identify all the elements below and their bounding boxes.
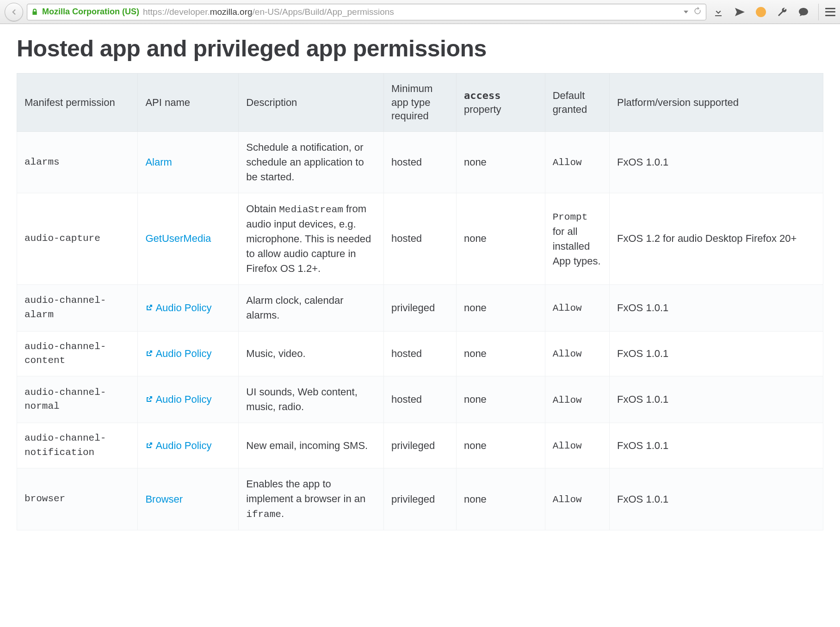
description-cell: New email, incoming SMS. xyxy=(239,423,384,468)
access-property: none xyxy=(456,468,545,530)
platform-supported: FxOS 1.0.1 xyxy=(610,468,823,530)
external-link-icon xyxy=(145,348,153,359)
api-cell: Audio Policy xyxy=(138,423,239,468)
desc-text: Alarm clock, calendar alarms. xyxy=(246,295,343,321)
api-link-label: Audio Policy xyxy=(155,302,211,314)
default-code: Allow xyxy=(553,303,582,314)
table-row: alarmsAlarmSchedule a notification, or s… xyxy=(17,132,823,193)
default-granted: Allow xyxy=(545,331,609,376)
api-cell: Alarm xyxy=(138,132,239,193)
access-property: none xyxy=(456,193,545,284)
desc-text: Schedule a notification, or schedule an … xyxy=(246,141,364,183)
perm-name: audio-channel-content xyxy=(17,331,138,376)
table-row: audio-channel-normalAudio PolicyUI sound… xyxy=(17,376,823,423)
back-button[interactable] xyxy=(5,3,23,21)
history-dropdown-icon[interactable] xyxy=(684,11,688,13)
api-link[interactable]: GetUserMedia xyxy=(145,233,211,244)
platform-supported: FxOS 1.2 for audio Desktop Firefox 20+ xyxy=(610,193,823,284)
address-bar[interactable]: Mozilla Corporation (US) https://develop… xyxy=(27,4,706,20)
table-row: browserBrowserEnables the app to impleme… xyxy=(17,468,823,530)
chat-button[interactable] xyxy=(798,6,809,18)
addon-button[interactable] xyxy=(755,6,766,18)
min-apptype: hosted xyxy=(384,331,457,376)
api-cell: Audio Policy xyxy=(138,284,239,331)
perm-name: audio-channel-notification xyxy=(17,423,138,468)
description-cell: Obtain MediaStream from audio input devi… xyxy=(239,193,384,284)
desc-code: MediaStream xyxy=(279,204,343,215)
dev-tools-button[interactable] xyxy=(777,6,788,18)
lock-icon xyxy=(31,8,38,16)
min-apptype: hosted xyxy=(384,376,457,423)
url-host: mozilla.org xyxy=(210,7,253,17)
external-link-icon xyxy=(145,440,153,451)
external-link-icon xyxy=(145,302,153,314)
min-apptype: privileged xyxy=(384,468,457,530)
default-code: Allow xyxy=(553,349,582,359)
default-granted: Allow xyxy=(545,423,609,468)
site-identity: Mozilla Corporation (US) xyxy=(42,7,139,17)
desc-code: iframe xyxy=(246,509,281,520)
page-content: Hosted app and privileged app permission… xyxy=(0,24,840,549)
reload-button[interactable] xyxy=(693,6,702,18)
desc-text: UI sounds, Web content, music, radio. xyxy=(246,386,358,412)
table-row: audio-channel-alarmAudio PolicyAlarm clo… xyxy=(17,284,823,331)
access-property: none xyxy=(456,376,545,423)
default-code: Allow xyxy=(553,494,582,505)
api-cell: GetUserMedia xyxy=(138,193,239,284)
api-link[interactable]: Audio Policy xyxy=(145,302,211,314)
api-link-label: Audio Policy xyxy=(155,348,211,359)
api-link[interactable]: Audio Policy xyxy=(145,393,211,405)
col-access-code: access xyxy=(464,90,500,101)
perm-name: browser xyxy=(17,468,138,530)
col-access: access property xyxy=(456,74,545,132)
description-cell: Schedule a notification, or schedule an … xyxy=(239,132,384,193)
access-property: none xyxy=(456,132,545,193)
desc-text: Enables the app to implement a browser i… xyxy=(246,478,365,504)
default-rest: for all installed App types. xyxy=(553,226,601,267)
table-row: audio-channel-notificationAudio PolicyNe… xyxy=(17,423,823,468)
platform-supported: FxOS 1.0.1 xyxy=(610,331,823,376)
col-api: API name xyxy=(138,74,239,132)
api-cell: Audio Policy xyxy=(138,331,239,376)
menu-button[interactable] xyxy=(825,8,835,16)
external-link-icon xyxy=(145,393,153,405)
default-code: Allow xyxy=(553,157,582,168)
api-link-label: Audio Policy xyxy=(155,440,211,451)
default-granted: Allow xyxy=(545,132,609,193)
reload-icon xyxy=(693,6,702,16)
col-platform: Platform/version supported xyxy=(610,74,823,132)
wrench-icon xyxy=(777,6,788,18)
downloads-button[interactable] xyxy=(713,6,724,18)
col-access-rest: property xyxy=(464,104,501,115)
api-link[interactable]: Browser xyxy=(145,493,183,505)
page-title: Hosted app and privileged app permission… xyxy=(17,35,823,62)
platform-supported: FxOS 1.0.1 xyxy=(610,423,823,468)
min-apptype: privileged xyxy=(384,423,457,468)
description-cell: Music, video. xyxy=(239,331,384,376)
api-link-label: Browser xyxy=(145,493,183,505)
url-prefix: https://developer. xyxy=(143,7,210,17)
access-property: none xyxy=(456,284,545,331)
perm-name: audio-channel-alarm xyxy=(17,284,138,331)
api-cell: Audio Policy xyxy=(138,376,239,423)
default-code: Prompt xyxy=(553,212,588,222)
desc-text: New email, incoming SMS. xyxy=(246,440,368,451)
min-apptype: hosted xyxy=(384,193,457,284)
perm-name: audio-capture xyxy=(17,193,138,284)
api-link[interactable]: Audio Policy xyxy=(145,440,211,451)
api-link-label: Audio Policy xyxy=(155,393,211,405)
default-granted: Allow xyxy=(545,284,609,331)
api-link[interactable]: Alarm xyxy=(145,156,172,168)
access-property: none xyxy=(456,331,545,376)
send-button[interactable] xyxy=(734,6,745,18)
api-cell: Browser xyxy=(138,468,239,530)
col-desc: Description xyxy=(239,74,384,132)
col-manifest: Manifest permission xyxy=(17,74,138,132)
desc-text: Obtain xyxy=(246,203,279,215)
api-link[interactable]: Audio Policy xyxy=(145,348,211,359)
min-apptype: hosted xyxy=(384,132,457,193)
browser-chrome: Mozilla Corporation (US) https://develop… xyxy=(0,0,840,24)
description-cell: Enables the app to implement a browser i… xyxy=(239,468,384,530)
arrow-left-icon xyxy=(10,8,18,16)
platform-supported: FxOS 1.0.1 xyxy=(610,376,823,423)
